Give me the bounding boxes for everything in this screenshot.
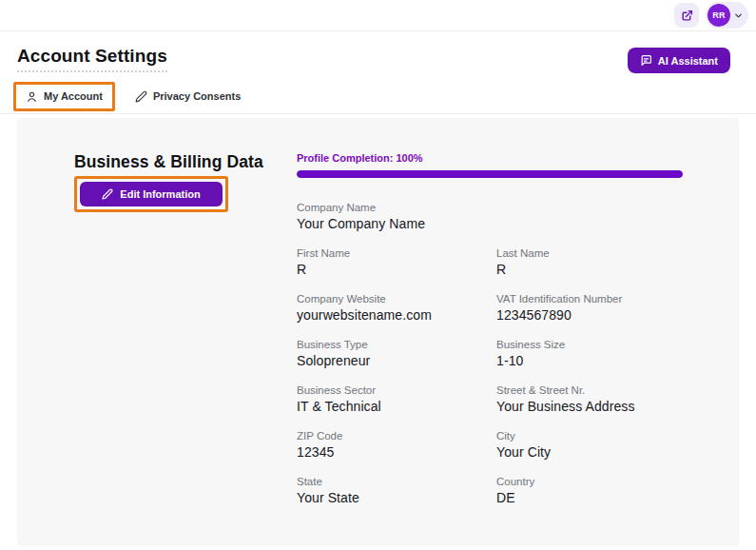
tab-privacy-consents-label: Privacy Consents	[153, 90, 241, 102]
page-title: Account Settings	[17, 46, 167, 72]
external-link-button[interactable]	[674, 3, 699, 28]
business-billing-card: Business & Billing Data Edit Information…	[17, 118, 739, 546]
field-row: StateYour StateCountryDE	[297, 476, 701, 505]
field-value: 1234567890	[496, 307, 696, 323]
field-row: ZIP Code12345CityYour City	[297, 430, 701, 460]
main-content: Account Settings AI Assistant My Account	[0, 46, 756, 546]
pen-icon	[102, 188, 113, 200]
edit-information-button[interactable]: Edit Information	[80, 182, 223, 206]
field-value: IT & Technical	[297, 399, 496, 414]
field-row: Company NameYour Company Name	[297, 202, 701, 231]
field-label: City	[496, 430, 696, 442]
field-value: Solopreneur	[297, 353, 496, 368]
field-label: Company Name	[297, 202, 496, 213]
user-menu[interactable]: RR	[706, 2, 748, 29]
ai-assistant-button[interactable]: AI Assistant	[628, 48, 730, 73]
field-street-street-nr: Street & Street Nr.Your Business Address	[496, 384, 696, 414]
field-label: Last Name	[496, 247, 696, 259]
field-value: DE	[496, 490, 696, 505]
field-value: Your Business Address	[496, 399, 696, 414]
field-label: First Name	[297, 247, 496, 259]
person-icon	[26, 90, 38, 103]
profile-completion-bar	[297, 170, 683, 178]
field-value: Your Company Name	[297, 216, 496, 231]
pen-icon	[135, 90, 147, 103]
top-bar: RR	[0, 0, 756, 31]
chat-bubble-icon	[640, 54, 652, 67]
field-state: StateYour State	[297, 476, 496, 505]
tab-privacy-consents[interactable]: Privacy Consents	[126, 85, 250, 108]
field-business-sector: Business SectorIT & Technical	[297, 384, 496, 414]
field-first-name: First NameR	[297, 247, 496, 277]
field-company-name: Company NameYour Company Name	[297, 202, 496, 231]
ai-assistant-label: AI Assistant	[658, 55, 718, 67]
field-value: 1-10	[496, 353, 696, 368]
field-label: Business Size	[496, 339, 696, 350]
field-value: 12345	[297, 444, 496, 460]
field-label: VAT Identification Number	[496, 293, 696, 304]
field-last-name: Last NameR	[496, 247, 696, 277]
field-label: State	[297, 476, 496, 487]
field-company-website: Company Websiteyourwebsitename.com	[297, 293, 496, 323]
field-business-type: Business TypeSolopreneur	[297, 339, 496, 368]
field-row: Business TypeSolopreneurBusiness Size1-1…	[297, 339, 701, 368]
avatar: RR	[708, 4, 730, 27]
fields-grid: Company NameYour Company NameFirst NameR…	[297, 202, 701, 505]
profile-completion-label: Profile Completion: 100%	[297, 152, 701, 164]
field-value: R	[297, 262, 496, 277]
tabs-divider	[0, 113, 756, 114]
field-zip-code: ZIP Code12345	[297, 430, 496, 460]
field-value: Your State	[297, 490, 496, 505]
chevron-down-icon	[733, 10, 744, 21]
field-label: ZIP Code	[297, 430, 496, 442]
field-label: Street & Street Nr.	[496, 384, 696, 396]
field-city: CityYour City	[496, 430, 696, 460]
card-title: Business & Billing Data	[74, 152, 297, 172]
field-label: Business Type	[297, 339, 496, 350]
field-value: R	[496, 262, 696, 277]
field-value: yourwebsitename.com	[297, 307, 496, 323]
field-label: Country	[496, 476, 696, 487]
profile-completion-fill	[297, 170, 683, 178]
field-label: Business Sector	[297, 384, 496, 396]
field-row: First NameRLast NameR	[297, 247, 701, 277]
field-country: CountryDE	[496, 476, 696, 505]
field-row: Company Websiteyourwebsitename.comVAT Id…	[297, 293, 701, 323]
edit-button-highlight: Edit Information	[74, 176, 228, 212]
field-label: Company Website	[297, 293, 496, 304]
tab-my-account[interactable]: My Account	[13, 82, 115, 111]
field-row: Business SectorIT & TechnicalStreet & St…	[297, 384, 701, 414]
field-value: Your City	[496, 444, 696, 460]
external-link-icon	[681, 10, 693, 22]
tab-my-account-label: My Account	[44, 90, 103, 102]
field-business-size: Business Size1-10	[496, 339, 696, 368]
edit-information-label: Edit Information	[120, 188, 200, 200]
tabs: My Account Privacy Consents	[17, 82, 739, 110]
field-vat-identification-number: VAT Identification Number1234567890	[496, 293, 696, 323]
